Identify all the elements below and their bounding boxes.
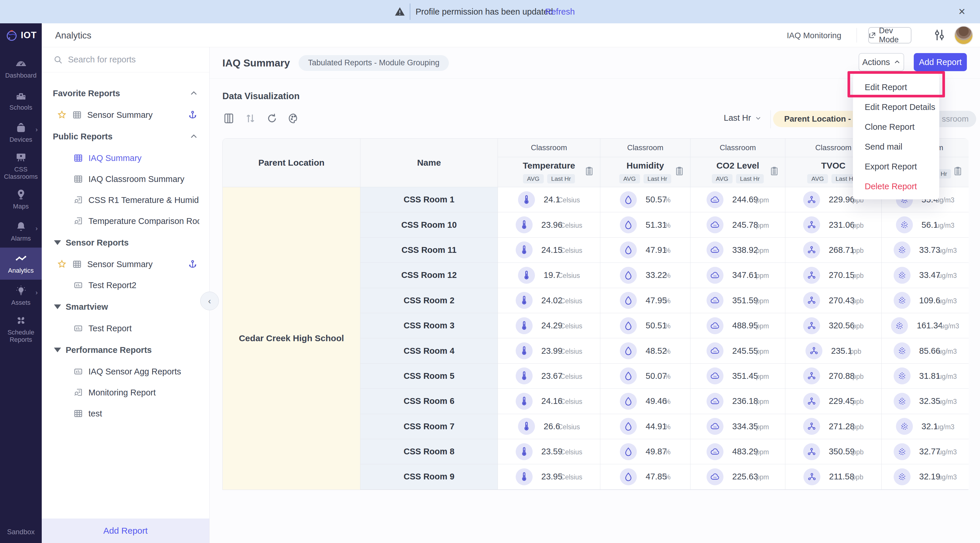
svg-text:co₂: co₂ [714,375,717,378]
report-item-css-r1-temerature-humidity-tr-[interactable]: CSS R1 Temerature & Humidity Tr... [42,189,209,211]
report-item-iaq-sensor-agg-reports[interactable]: IAQ Sensor Agg Reports [42,361,209,382]
co2-icon: co₂ [706,443,724,460]
sensor-value-cell: 33.47 ug/m3 [881,263,969,288]
report-item-test-report2[interactable]: Test Report2 [42,275,209,296]
sensor-value-cell: 229.45 ppb [785,389,881,414]
report-item-test[interactable]: test [42,403,209,424]
clipboard-icon[interactable] [675,166,684,178]
sort-icon[interactable] [245,113,256,124]
nav-item-assets[interactable]: ›Assets [0,279,42,312]
anchor-icon[interactable] [188,110,197,120]
nav-item-devices[interactable]: ›Devices [0,117,42,149]
app-root: Profile permission has been updated Refr… [0,0,980,543]
svg-text:co₂: co₂ [714,275,717,277]
droplet-icon [620,317,637,334]
classroom-icon [15,152,27,163]
star-icon[interactable] [57,259,67,269]
sensor-value-cell: 85.66 ug/m3 [881,338,969,364]
column-header-co2-level[interactable]: CO2 LevelAVGLast Hr [690,157,785,187]
gauge-icon [15,58,27,70]
report-item-iaq-summary[interactable]: IAQ Summary [42,148,209,168]
refresh-icon[interactable] [266,113,278,124]
preferences-icon[interactable] [932,28,947,42]
clipboard-icon[interactable] [953,166,963,178]
nav-item-maps[interactable]: Maps [0,183,42,216]
column-header-parent-location: Parent Location [223,138,360,187]
user-avatar[interactable] [954,26,973,44]
map-pin-icon [15,189,27,200]
warning-icon [395,6,405,17]
column-header-humidity[interactable]: HumidityAVGLast Hr [600,157,690,187]
particles-icon [894,443,910,460]
logo-icon [5,29,18,42]
droplet-icon [620,292,637,309]
anchor-icon[interactable] [188,259,197,269]
droplet-icon [620,443,637,460]
droplet-icon [620,191,637,208]
table-icon [73,408,83,419]
molecule-icon [803,468,820,485]
sensor-value-cell: 231.06 ppb [785,212,881,237]
sensor-value-cell: co₂334.35 ppm [690,414,785,439]
page-title: Analytics [55,30,91,41]
reports-list: Favorite ReportsSensor SummaryPublic Rep… [42,72,209,424]
menu-item-send-mail[interactable]: Send mail [853,137,939,157]
report-item-sensor-summary[interactable]: Sensor Summary [42,105,209,125]
report-icon [73,387,83,397]
app-logo[interactable]: IOT [0,23,42,47]
add-report-button[interactable]: Add Report [914,53,967,71]
star-icon[interactable] [57,110,67,120]
clipboard-icon[interactable] [769,166,779,178]
sensor-value-cell: 49.46 % [600,389,690,414]
sidebar-add-report-button[interactable]: Add Report [42,519,209,543]
molecule-icon [805,342,822,359]
report-item-iaq-classroom-summary[interactable]: IAQ Classroom Summary [42,168,209,189]
collapse-chevron-icon[interactable] [189,89,198,98]
report-group-smartview[interactable]: Smartview [42,296,209,318]
sensor-value-cell: 268.71 ppb [785,238,881,263]
group-header-classroom: Classroom [690,138,785,157]
report-group-sensor-reports[interactable]: Sensor Reports [42,232,209,254]
nav-item-dashboard[interactable]: Dashboard [0,52,42,84]
aggregation-tag: AVG [807,174,828,183]
nav-item-analytics[interactable]: Analytics [0,248,42,279]
nav-item-schedule-reports[interactable]: Schedule Reports [0,312,42,346]
sidebar-collapse-button[interactable]: ‹ [200,292,219,310]
menu-item-clone-report[interactable]: Clone Report [853,117,939,137]
banner-message: Profile permission has been updated [415,7,553,17]
nav-item-schools[interactable]: Schools [0,84,42,117]
clipboard-icon[interactable] [584,166,594,178]
toolbar-divider [770,110,771,128]
report-item-monitoring-report[interactable]: Monitoring Report [42,382,209,403]
search-placeholder: Search for reports [68,55,136,64]
menu-item-export-report[interactable]: Export Report [853,157,939,176]
dev-mode-button[interactable]: Dev Mode [868,27,912,43]
menu-item-edit-report-details[interactable]: Edit Report Details [853,97,939,117]
banner-refresh-link[interactable]: Refresh [545,7,575,17]
sensor-value-cell: 48.52 % [600,338,690,364]
column-header-temperature[interactable]: TemperatureAVGLast Hr [498,157,600,187]
droplet-icon [620,418,637,435]
app-header: Analytics IAQ Monitoring Dev Mode [42,23,980,47]
report-item-temperature-comparison-room-4-[interactable]: Temperature Comparison Room 4... [42,211,209,232]
nav-item-css-classrooms[interactable]: CSS Classrooms [0,149,42,183]
actions-button[interactable]: Actions [859,53,904,71]
palette-icon[interactable] [288,113,299,124]
schedule-icon [15,315,27,326]
room-name-cell: CSS Room 5 [360,364,498,389]
search-input[interactable]: Search for reports [42,47,209,72]
nav-item-alarms[interactable]: ›Alarms [0,216,42,248]
report-item-test-report[interactable]: Test Report [42,318,209,339]
thermometer-icon [516,393,533,410]
report-item-sensor-summary[interactable]: Sensor Summary [42,254,209,275]
chevron-right-icon: › [36,289,38,297]
banner-close-icon[interactable]: × [956,6,968,17]
menu-item-edit-report[interactable]: Edit Report [853,77,939,97]
report-group-performance-reports[interactable]: Performance Reports [42,339,209,361]
aggregation-tag: AVG [712,174,732,183]
columns-icon[interactable] [223,113,235,124]
time-range-select[interactable]: Last Hr [724,113,761,123]
menu-item-delete-report[interactable]: Delete Report [853,176,939,196]
collapse-chevron-icon[interactable] [189,132,198,141]
section-header: Favorite Reports [42,82,209,105]
